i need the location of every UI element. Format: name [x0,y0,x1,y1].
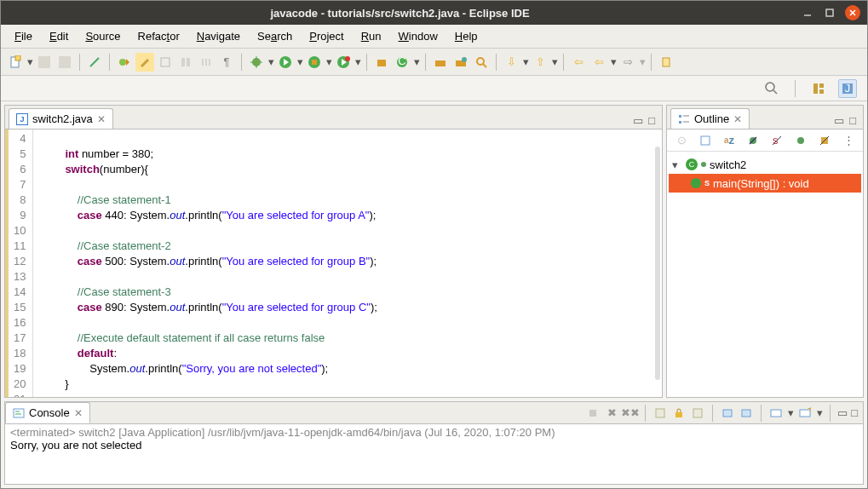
close-button[interactable] [845,5,860,20]
hide-static-icon[interactable]: s [767,131,786,150]
menu-edit[interactable]: Edit [41,27,77,45]
show-console-button[interactable] [720,406,735,421]
outline-method-row[interactable]: S main(String[]) : void [669,174,861,193]
maximize-button[interactable] [823,6,836,20]
hide-fields-icon[interactable] [744,131,762,150]
maximize-outline-icon[interactable]: □ [849,114,856,127]
run-button[interactable] [276,53,295,72]
open-type-button[interactable] [431,53,450,72]
editor-tab-switch2[interactable]: J switch2.java ✕ [9,108,113,129]
prev-ann-dropdown[interactable]: ▾ [522,55,529,68]
prev-annotation-button[interactable]: ⇩ [502,53,520,72]
close-tab-icon[interactable]: ✕ [97,113,106,125]
back-dropdown[interactable]: ▾ [610,55,617,68]
open-console-dropdown[interactable]: ▾ [816,406,823,419]
pin-editor-button[interactable] [657,53,675,72]
open-console-button[interactable]: + [797,406,813,421]
expand-icon[interactable]: ▾ [672,158,682,171]
save-all-button[interactable] [55,53,74,72]
run-dropdown[interactable]: ▾ [296,55,303,68]
pin-console-button[interactable] [739,406,754,421]
open-task-button[interactable] [451,53,470,72]
main-toolbar: ▾ ¶ ▾ ▾ ▾ ▾ C ▾ ⇩ ▾ ⇧ ▾ ⇦ ⇦ ▾ [1,49,867,76]
terminate-button[interactable] [585,406,601,421]
minimize-console-icon[interactable]: ▭ [837,406,848,419]
close-outline-icon[interactable]: ✕ [733,113,742,125]
svg-rect-5 [15,55,20,60]
outline-tab[interactable]: Outline ✕ [670,108,750,129]
coverage-button[interactable] [305,53,324,72]
run-last-dropdown[interactable]: ▾ [354,55,361,68]
next-ann-dropdown[interactable]: ▾ [551,55,558,68]
word-wrap-button[interactable] [690,406,705,421]
separator [563,54,564,71]
debug-button[interactable] [247,53,266,72]
scroll-lock-button[interactable] [671,406,687,421]
menu-source[interactable]: Source [77,27,129,45]
new-class-button[interactable]: C [393,53,411,72]
view-menu-icon[interactable]: ⋮ [839,131,858,150]
new-button[interactable] [6,53,25,72]
console-icon [13,407,25,419]
new-class-dropdown[interactable]: ▾ [413,55,420,68]
mark-occurrences-button[interactable] [135,53,154,72]
svg-point-9 [119,59,126,66]
next-annotation-button[interactable]: ⇧ [531,53,549,72]
outline-pane: Outline ✕ ▭ □ ⊙ az s ⋮ ▾ [666,105,864,398]
sort-icon[interactable] [696,131,715,150]
separator [830,405,831,422]
debug-dropdown[interactable]: ▾ [267,55,274,68]
forward-dropdown[interactable]: ▾ [639,55,646,68]
open-perspective-button[interactable] [809,79,828,98]
console-tab[interactable]: Console ✕ [5,402,90,423]
maximize-view-icon[interactable]: □ [648,114,655,127]
code-area[interactable]: 456789101112131415161718192021 int numbe… [5,129,662,397]
menu-project[interactable]: Project [301,27,352,45]
coverage-dropdown[interactable]: ▾ [325,55,332,68]
last-edit-button[interactable]: ⇦ [569,53,588,72]
menu-run[interactable]: Run [353,27,390,45]
new-dropdown[interactable]: ▾ [26,55,33,68]
hide-nonpublic-icon[interactable] [791,131,810,150]
minimize-outline-icon[interactable]: ▭ [834,114,844,127]
quick-search-icon[interactable] [762,79,781,98]
focus-icon[interactable]: ⊙ [672,131,691,150]
code-content[interactable]: int number = 380; switch(number){ //Case… [33,129,662,397]
pilcrow-button[interactable]: ¶ [217,53,236,72]
remove-all-button[interactable]: ✖✖ [623,406,638,421]
display-console-dropdown[interactable]: ▾ [787,406,794,419]
forward-button[interactable]: ⇨ [618,53,637,72]
menu-navigate[interactable]: Navigate [188,27,249,45]
minimize-button[interactable] [801,6,814,20]
hide-local-icon[interactable] [815,131,834,150]
maximize-console-icon[interactable]: □ [851,406,858,419]
svg-rect-38 [819,83,824,88]
console-body[interactable]: <terminated> switch2 [Java Application] … [5,424,863,484]
wand-icon[interactable] [85,53,104,72]
menu-refactor[interactable]: Refactor [129,27,188,45]
menu-help[interactable]: Help [446,27,486,45]
search-button[interactable] [472,53,491,72]
toggle-breadcrumb-button[interactable] [115,53,134,72]
menu-window[interactable]: Window [390,27,446,45]
run-last-button[interactable] [334,53,353,72]
scrollbar[interactable] [655,147,660,380]
minimize-view-icon[interactable]: ▭ [633,114,643,127]
outline-class-row[interactable]: ▾ C switch2 [669,155,861,174]
display-console-button[interactable] [768,406,784,421]
save-button[interactable] [35,53,54,72]
clear-console-button[interactable] [652,406,668,421]
back-button[interactable]: ⇦ [589,53,608,72]
remove-launch-button[interactable]: ✖ [604,406,619,421]
block-selection-button[interactable] [156,53,175,72]
svg-point-16 [252,58,261,66]
menu-file[interactable]: File [6,27,41,45]
show-whitespace-button[interactable] [176,53,195,72]
java-perspective-button[interactable]: J [838,79,857,98]
show-chars-button[interactable] [197,53,216,72]
az-sort-icon[interactable]: az [720,131,739,150]
new-package-button[interactable] [372,53,391,72]
close-console-icon[interactable]: ✕ [74,407,83,419]
svg-rect-58 [656,409,664,417]
menu-search[interactable]: Search [249,27,301,45]
